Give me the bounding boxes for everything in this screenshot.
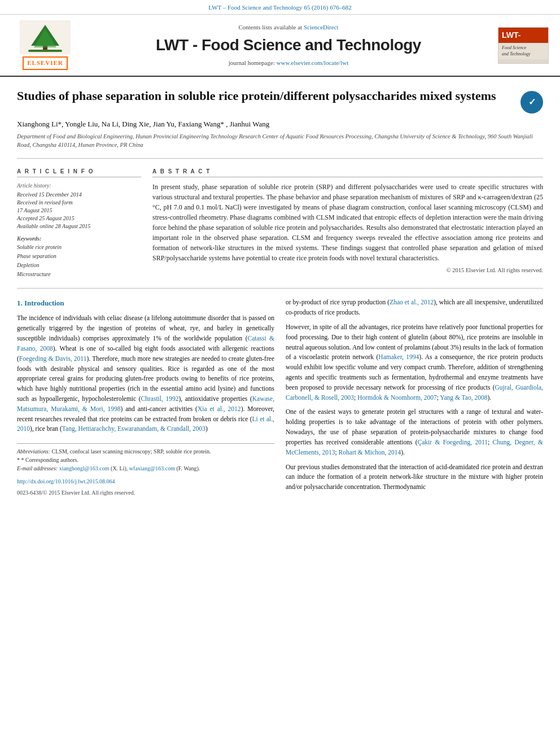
email-label: E-mail addresses: — [17, 465, 58, 471]
body-para-right4: Our previous studies demonstrated that t… — [286, 462, 543, 492]
homepage-label: journal homepage: — [229, 59, 275, 66]
doi-url[interactable]: http://dx.doi.org/10.1016/j.lwt.2015.08.… — [17, 478, 115, 484]
ref-foegeding[interactable]: Foegeding & Davis, 2011 — [19, 355, 87, 362]
elsevier-label: ELSEVIER — [23, 56, 68, 69]
keyword-3: Depletion — [17, 261, 141, 270]
body-para-right2: However, in spite of all the advantages,… — [286, 322, 543, 403]
section1-heading: 1. Introduction — [17, 298, 274, 309]
email1-name: (X. Li), — [111, 465, 128, 471]
ref-chung[interactable]: Chung, Degner, & McClements, 2013 — [286, 439, 543, 456]
corresponding-note: * * Corresponding authors. — [17, 456, 274, 464]
doi-link: http://dx.doi.org/10.1016/j.lwt.2015.08.… — [17, 477, 274, 486]
authors-text: Xianghong Li*, Yongle Liu, Na Li, Ding X… — [17, 120, 269, 128]
issn-line: 0023-6438/© 2015 Elsevier Ltd. All right… — [17, 488, 274, 497]
received-date: Received 15 December 2014 — [17, 191, 141, 199]
accepted-date: Accepted 25 August 2015 — [17, 215, 141, 222]
article-history: Article history: Received 15 December 20… — [17, 182, 141, 230]
available-date: Available online 28 August 2015 — [17, 222, 141, 230]
ref-yang[interactable]: Yang & Tao, 2008 — [440, 394, 487, 401]
ref-hormdok[interactable]: Hormdok & Noomhorm, 2007 — [357, 394, 437, 401]
article-info-label: A R T I C L E I N F O — [17, 168, 141, 177]
ref-zhao[interactable]: Zhao et al., 2012 — [390, 299, 434, 305]
contents-line: Contents lists available at ScienceDirec… — [85, 23, 492, 32]
lwt-journal-image: LWT- Food Scienceand Technology — [498, 27, 549, 64]
divider-1 — [17, 158, 543, 159]
keyword-1: Soluble rice protein — [17, 243, 141, 252]
article-title: Studies of phase separation in soluble r… — [17, 88, 515, 104]
abbreviations: Abbreviations: CLSM, confocal laser scan… — [17, 447, 274, 456]
ref-rohart[interactable]: Rohart & Michon, 2014 — [339, 449, 401, 456]
body-para1: The incidence of individuals with celiac… — [17, 313, 274, 434]
top-bar: LWT – Food Science and Technology 65 (20… — [0, 0, 560, 15]
email2-name: (F. Wang). — [176, 465, 200, 471]
contents-text: Contents lists available at — [238, 24, 302, 30]
journal-header-center: Contents lists available at ScienceDirec… — [85, 23, 492, 67]
abbrev-text: CLSM, confocal laser scanning microscopy… — [52, 448, 211, 455]
article-title-section: Studies of phase separation in soluble r… — [17, 88, 543, 113]
homepage-link[interactable]: www.elsevier.com/locate/lwt — [277, 59, 349, 66]
keywords-section: Keywords: Soluble rice protein Phase sep… — [17, 235, 141, 279]
body-col-right: or by-product of rice syrup production (… — [286, 298, 543, 497]
abstract-section: A B S T R A C T In present study, phase … — [152, 168, 543, 279]
article-info-abstract: A R T I C L E I N F O Article history: R… — [17, 168, 543, 279]
journal-title: LWT - Food Science and Technology — [85, 34, 492, 56]
ref-catassi[interactable]: Catassi & Fasano, 2008 — [17, 335, 274, 352]
journal-homepage: journal homepage: www.elsevier.com/locat… — [85, 59, 492, 67]
history-title: Article history: — [17, 182, 141, 190]
body-columns: 1. Introduction The incidence of individ… — [17, 298, 543, 497]
email-section: E-mail addresses: xianghongl@163.com (X.… — [17, 464, 274, 473]
received-revised-label: Received in revised form — [17, 199, 141, 207]
body-col-left: 1. Introduction The incidence of individ… — [17, 298, 274, 497]
corresponding-star: * — [17, 457, 21, 463]
footnote-section: Abbreviations: CLSM, confocal laser scan… — [17, 443, 274, 497]
ref-hamaker[interactable]: Hamaker, 1994 — [378, 353, 419, 360]
elsevier-tree-icon — [20, 20, 71, 54]
authors: Xianghong Li*, Yongle Liu, Na Li, Ding X… — [17, 119, 543, 129]
ref-tang[interactable]: Tang, Hettiarachchy, Eswaranandam, & Cra… — [62, 425, 205, 432]
keyword-4: Microstructure — [17, 270, 141, 279]
journal-header: ELSEVIER Contents lists available at Sci… — [0, 15, 560, 76]
keyword-2: Phase separation — [17, 252, 141, 261]
abbrev-label: Abbreviations: — [17, 448, 50, 455]
corresponding-label: * Corresponding authors. — [21, 457, 78, 463]
received-revised-date: 17 August 2015 — [17, 207, 141, 215]
abstract-label: A B S T R A C T — [152, 168, 543, 177]
body-para-right1: or by-product of rice syrup production (… — [286, 298, 543, 318]
ref-cakir[interactable]: Çakir & Foegeding, 2011 — [418, 439, 488, 445]
copyright: © 2015 Elsevier Ltd. All rights reserved… — [152, 267, 543, 275]
main-content: Studies of phase separation in soluble r… — [0, 77, 560, 508]
body-para-right3: One of the easiest ways to generate prot… — [286, 407, 543, 457]
article-info-panel: A R T I C L E I N F O Article history: R… — [17, 168, 141, 279]
svg-rect-4 — [28, 50, 62, 52]
divider-2 — [17, 288, 543, 289]
crossmark-icon: ✓ — [520, 91, 543, 113]
ref-xia[interactable]: Xia et al., 2012 — [198, 405, 241, 412]
email2-link[interactable]: wfaxiang@163.com — [129, 465, 175, 471]
lwt-logo-section: LWT- Food Scienceand Technology — [498, 27, 549, 64]
email1-link[interactable]: xianghongl@163.com — [59, 465, 110, 471]
ref-chrastil[interactable]: Chrastil, 1992 — [141, 395, 179, 402]
journal-citation: LWT – Food Science and Technology 65 (20… — [208, 4, 351, 11]
keywords-title: Keywords: — [17, 235, 141, 243]
publisher-logo-section: ELSEVIER — [11, 20, 79, 69]
keywords-list: Soluble rice protein Phase separation De… — [17, 243, 141, 279]
sciencedirect-link[interactable]: ScienceDirect — [304, 24, 339, 30]
affiliation: Department of Food and Biological Engine… — [17, 133, 543, 149]
abstract-text: In present study, phase separation of so… — [152, 182, 543, 263]
